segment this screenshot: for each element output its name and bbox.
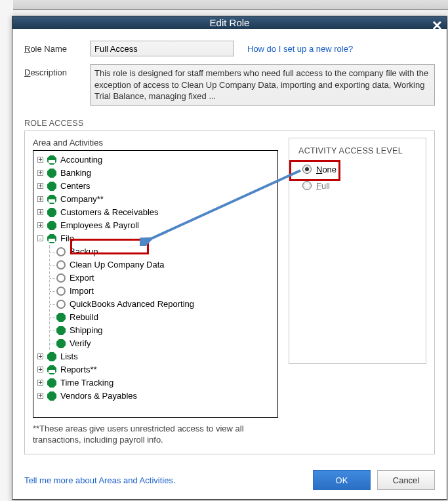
tree-item-label: Banking [60, 168, 91, 178]
full-access-icon [47, 208, 56, 217]
ok-button[interactable]: OK [313, 470, 371, 490]
dialog-buttons: Tell me more about Areas and Activities.… [24, 470, 435, 490]
empty-access-icon [56, 247, 66, 256]
tree-item-label: Clean Up Company Data [70, 260, 165, 270]
partial-access-icon [47, 195, 56, 204]
tree-item-label: Backup [70, 247, 98, 256]
expand-icon[interactable]: + [37, 157, 43, 163]
radio-full[interactable]: Full [298, 181, 417, 191]
expand-icon[interactable]: + [37, 222, 43, 228]
full-access-icon [47, 221, 56, 230]
tree-item-label: Vendors & Payables [60, 391, 137, 401]
partial-access-icon [47, 365, 56, 374]
tree-item[interactable]: +Centers [37, 180, 274, 193]
full-access-icon [47, 352, 56, 361]
tree-item[interactable]: +Company** [37, 193, 274, 206]
radio-icon [302, 165, 312, 174]
tree-item[interactable]: +Banking [37, 167, 274, 180]
tree-item[interactable]: Rebuild [56, 311, 274, 324]
dialog-content: Role Name How do I set up a new role? De… [12, 29, 447, 499]
tree-item-label: Import [70, 286, 94, 296]
tree-item-label: Export [70, 273, 94, 283]
description-label: Description [24, 64, 90, 77]
tree-item[interactable]: +Employees & Payroll [37, 219, 274, 232]
role-name-label: Role Name [24, 41, 90, 54]
tree-children: BackupClean Up Company DataExportImportQ… [49, 245, 274, 350]
tree-item[interactable]: +Vendors & Payables [37, 390, 274, 403]
cancel-button[interactable]: Cancel [377, 470, 435, 490]
role-access-label: ROLE ACCESS [24, 119, 435, 128]
dialog-title: Edit Role [210, 17, 250, 28]
activity-access-title: ACTIVITY ACCESS LEVEL [298, 146, 417, 155]
tree-item-label: Lists [60, 351, 78, 361]
partial-access-icon [47, 155, 56, 165]
role-name-row: Role Name How do I set up a new role? [24, 41, 435, 56]
empty-access-icon [56, 300, 66, 309]
partial-access-icon [47, 234, 56, 243]
tree-item-label: Accounting [60, 155, 102, 165]
background-toolbar [0, 0, 448, 10]
expand-icon[interactable]: + [37, 183, 43, 189]
tree-item[interactable]: -File [37, 232, 274, 245]
tree-item-label: Time Tracking [60, 378, 113, 388]
empty-access-icon [56, 260, 66, 270]
full-access-icon [56, 313, 66, 322]
tree-item-label: QuickBooks Advanced Reporting [70, 299, 194, 309]
full-access-icon [47, 378, 56, 388]
edit-role-dialog: Edit Role ✕ Role Name How do I set up a … [12, 16, 447, 500]
expand-icon[interactable]: + [37, 353, 43, 359]
tree-item[interactable]: QuickBooks Advanced Reporting [56, 298, 274, 311]
tree-item[interactable]: Clean Up Company Data [56, 258, 274, 271]
area-activities-tree[interactable]: +Accounting+Banking+Centers+Company**+Cu… [33, 150, 278, 418]
expand-icon[interactable]: + [37, 209, 43, 215]
role-access-panel: Area and Activities +Accounting+Banking+… [24, 130, 435, 454]
expand-icon[interactable]: + [37, 196, 43, 202]
tree-item[interactable]: +Customers & Receivables [37, 206, 274, 219]
full-access-icon [47, 182, 56, 191]
description-row: Description This role is designed for st… [24, 64, 435, 106]
background-left [0, 0, 13, 501]
tree-item-label: Customers & Receivables [60, 207, 159, 217]
tree-item[interactable]: +Accounting [37, 153, 274, 167]
empty-access-icon [56, 273, 66, 283]
tree-item-label: Centers [60, 181, 91, 191]
full-access-icon [56, 326, 66, 335]
empty-access-icon [56, 287, 66, 296]
tree-item-label: Employees & Payroll [60, 220, 139, 230]
activity-access-panel: ACTIVITY ACCESS LEVEL None Full [289, 138, 426, 364]
expand-icon[interactable]: + [37, 380, 43, 386]
radio-icon [302, 181, 312, 190]
area-activities-label: Area and Activities [33, 138, 278, 148]
description-textarea[interactable]: This role is designed for staff members … [90, 64, 435, 106]
more-info-link[interactable]: Tell me more about Areas and Activities. [24, 475, 176, 485]
tree-item-label: Shipping [70, 325, 103, 335]
activity-access-column: ACTIVITY ACCESS LEVEL None Full [289, 138, 426, 446]
full-access-icon [56, 339, 66, 348]
expand-icon[interactable]: + [37, 393, 43, 399]
tree-item[interactable]: +Reports** [37, 363, 274, 376]
tree-item[interactable]: +Lists [37, 350, 274, 363]
access-note: **These areas give users unrestricted ac… [33, 423, 278, 446]
tree-item[interactable]: Shipping [56, 324, 274, 337]
tree-item[interactable]: Export [56, 271, 274, 285]
tree-item-label: Verify [70, 338, 91, 348]
expand-icon[interactable]: + [37, 170, 43, 176]
tree-item[interactable]: Backup [56, 245, 274, 258]
full-access-icon [47, 391, 56, 401]
expand-icon[interactable]: + [37, 367, 43, 372]
tree-item-label: Rebuild [70, 312, 98, 322]
tree-item-label: File [60, 233, 74, 243]
tree-item-label: Company** [60, 194, 104, 204]
dialog-titlebar: Edit Role ✕ [12, 16, 447, 29]
radio-none[interactable]: None [298, 165, 417, 174]
help-link[interactable]: How do I set up a new role? [247, 41, 353, 54]
area-activities-column: Area and Activities +Accounting+Banking+… [33, 138, 278, 446]
tree-item-label: Reports** [60, 365, 97, 374]
role-name-input[interactable] [90, 41, 234, 56]
tree-item[interactable]: Import [56, 285, 274, 298]
tree-item[interactable]: +Time Tracking [37, 376, 274, 390]
full-access-icon [47, 169, 56, 178]
tree-item[interactable]: Verify [56, 337, 274, 350]
collapse-icon[interactable]: - [37, 235, 43, 241]
